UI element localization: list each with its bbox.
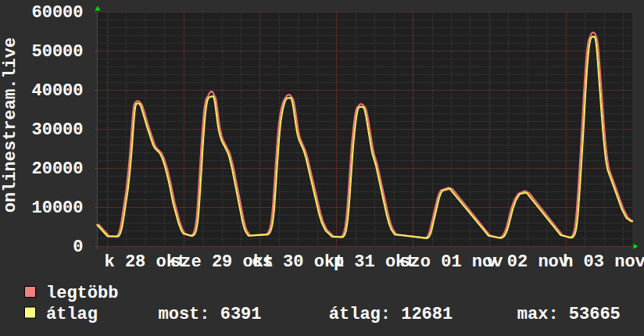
svg-text:átlag: átlag xyxy=(46,305,98,324)
svg-text:v 02 nov: v 02 nov xyxy=(486,252,569,272)
svg-text:max: 53665: max: 53665 xyxy=(517,305,621,324)
svg-text:onlinestream.live: onlinestream.live xyxy=(1,38,20,213)
svg-text:most: 6391: most: 6391 xyxy=(159,305,262,324)
svg-text:cs 30 okt: cs 30 okt xyxy=(252,252,345,272)
svg-text:50000: 50000 xyxy=(31,42,83,62)
svg-text:h 03 nov: h 03 nov xyxy=(563,252,644,272)
svg-text:legtöbb: legtöbb xyxy=(46,284,118,303)
svg-text:0: 0 xyxy=(73,238,83,257)
svg-text:10000: 10000 xyxy=(31,198,83,218)
svg-text:30000: 30000 xyxy=(31,120,83,140)
svg-text:átlag: 12681: átlag: 12681 xyxy=(329,305,453,324)
svg-text:60000: 60000 xyxy=(31,3,83,23)
svg-text:20000: 20000 xyxy=(31,159,83,179)
svg-text:40000: 40000 xyxy=(31,81,83,101)
